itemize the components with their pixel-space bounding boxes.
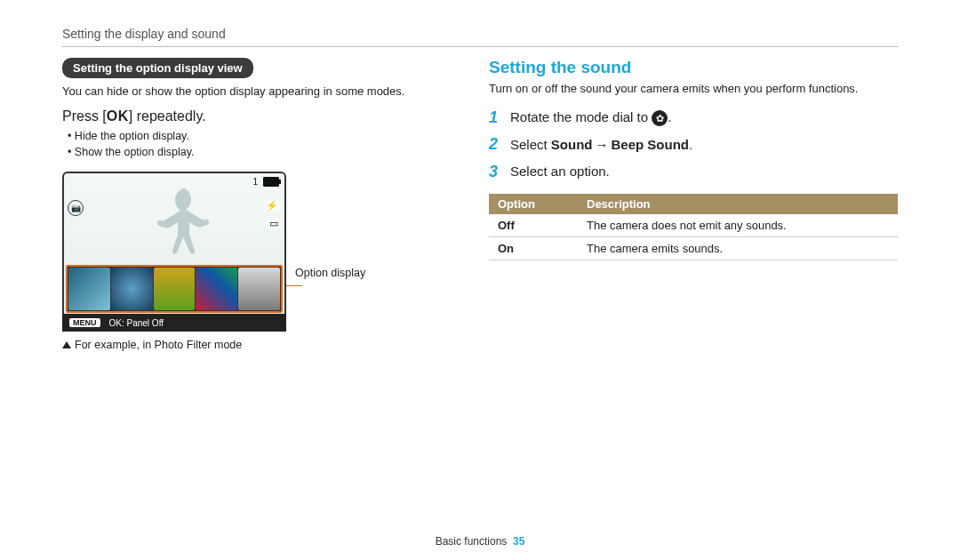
bold-beep-sound: Beep Sound — [612, 137, 690, 152]
legend: For example, in Photo Filter mode — [62, 339, 444, 351]
camera-preview: 1 ⚡ ▭ 📷 — [62, 172, 286, 332]
step-text: Select an option. — [510, 160, 610, 183]
filter-thumb — [196, 268, 237, 310]
filter-thumb — [111, 268, 153, 310]
left-column: Setting the option display view You can … — [62, 58, 444, 363]
filter-thumb — [154, 268, 196, 310]
step-text: Select Sound→Beep Sound. — [510, 133, 692, 156]
menu-key-label: MENU — [69, 318, 100, 327]
page: Setting the display and sound Setting th… — [0, 0, 960, 560]
step-text: Rotate the mode dial to ✿. — [510, 106, 671, 129]
option-display-strip — [66, 265, 283, 313]
step-item: 1 Rotate the mode dial to ✿. — [489, 104, 898, 132]
table-header-row: Option Description — [489, 194, 898, 214]
press-instruction: Press [OK] repeatedly. — [62, 108, 444, 124]
lcd-status-bar: MENU OK: Panel Off — [62, 314, 286, 332]
footer: Basic functions 35 — [0, 535, 960, 548]
filter-thumb — [68, 268, 110, 310]
list-item: Hide the option display. — [68, 128, 444, 145]
col-description: Description — [578, 194, 898, 214]
breadcrumb: Setting the display and sound — [62, 27, 898, 41]
right-column: Setting the sound Turn on or off the sou… — [489, 58, 898, 363]
hud-count: 1 — [252, 177, 258, 187]
columns: Setting the option display view You can … — [62, 58, 898, 363]
page-number: 35 — [513, 535, 524, 548]
ok-key-label: OK — [107, 108, 129, 124]
intro-text: Turn on or off the sound your camera emi… — [489, 81, 898, 97]
table-row: Off The camera does not emit any sounds. — [489, 214, 898, 237]
triangle-up-icon — [62, 341, 71, 348]
hud: 1 — [252, 177, 279, 187]
step-text-pre: Select — [510, 137, 551, 152]
option-cell: On — [489, 237, 578, 260]
resolution-icon: ▭ — [267, 218, 281, 229]
step-number: 2 — [489, 131, 501, 158]
step-text-post: . — [689, 137, 692, 152]
table-row: On The camera emits sounds. — [489, 237, 898, 260]
preview-wrap: 1 ⚡ ▭ 📷 — [62, 172, 444, 332]
bullet-list: Hide the option display. Show the option… — [68, 128, 444, 162]
subsection-pill: Setting the option display view — [62, 58, 253, 78]
step-text-pre: Rotate the mode dial to — [510, 109, 652, 124]
desc-cell: The camera does not emit any sounds. — [578, 214, 898, 237]
step-number: 3 — [489, 158, 501, 186]
subject-silhouette-icon — [129, 180, 236, 269]
divider — [62, 46, 898, 47]
legend-text: For example, in Photo Filter mode — [75, 339, 242, 351]
press-pre: Press [ — [62, 108, 107, 124]
options-table: Option Description Off The camera does n… — [489, 194, 898, 260]
bold-sound: Sound — [551, 137, 593, 152]
step-item: 3 Select an option. — [489, 158, 898, 186]
arrow-right-icon: → — [596, 137, 609, 152]
step-number: 1 — [489, 104, 501, 132]
gear-icon: ✿ — [652, 110, 668, 126]
desc-cell: The camera emits sounds. — [578, 237, 898, 260]
step-item: 2 Select Sound→Beep Sound. — [489, 131, 898, 158]
press-post: ] repeatedly. — [129, 108, 206, 124]
filter-thumb — [238, 268, 280, 310]
list-item: Show the option display. — [68, 144, 444, 161]
footer-section: Basic functions — [436, 535, 508, 548]
steps-list: 1 Rotate the mode dial to ✿. 2 Select So… — [489, 104, 898, 186]
section-heading: Setting the sound — [489, 58, 898, 77]
camera-mode-icon: 📷 — [68, 200, 84, 216]
battery-icon — [263, 177, 279, 187]
panel-off-label: OK: Panel Off — [109, 318, 164, 328]
option-cell: Off — [489, 214, 578, 237]
callout-line — [286, 285, 302, 286]
callout-label: Option display — [295, 267, 365, 279]
step-text-post: . — [668, 109, 671, 124]
flash-icon: ⚡ — [263, 200, 281, 212]
col-option: Option — [489, 194, 578, 214]
intro-text: You can hide or show the option display … — [62, 84, 444, 100]
lcd-frame: 1 ⚡ ▭ 📷 — [62, 172, 286, 332]
